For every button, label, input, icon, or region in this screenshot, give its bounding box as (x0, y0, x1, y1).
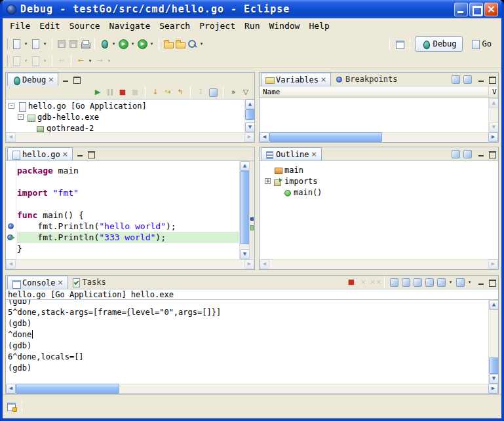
minimize-view-button[interactable] (476, 150, 486, 158)
tab-debug[interactable]: Debug (7, 73, 58, 86)
gutter-line[interactable] (6, 232, 16, 243)
forward-icon[interactable] (94, 56, 105, 66)
debug-vertical-scrollbar[interactable] (244, 100, 254, 132)
terminate-icon[interactable] (346, 277, 357, 287)
column-header-name[interactable]: Name (260, 86, 489, 98)
new-wizard-dropdown[interactable] (23, 39, 29, 49)
previous-annotation-icon[interactable] (30, 56, 41, 66)
editor-horizontal-scrollbar[interactable] (6, 259, 254, 269)
run-launch-icon[interactable] (118, 39, 128, 49)
debug-tree[interactable]: -hello.go [Go Application]-gdb-hello.exe… (6, 100, 254, 132)
scroll-down-button[interactable] (245, 122, 254, 132)
scrollbar-thumb[interactable] (489, 357, 498, 374)
tree-row[interactable]: -gdb-hello.exe (6, 111, 254, 122)
word-wrap-icon[interactable] (412, 277, 423, 287)
new-go-element-icon[interactable] (30, 39, 41, 49)
debug-launch-dropdown[interactable] (111, 39, 117, 49)
toolbar-overflow-chevron[interactable] (228, 87, 239, 98)
open-console-icon[interactable] (455, 277, 465, 287)
overview-ruler[interactable] (249, 161, 254, 259)
tab-console[interactable]: Console (7, 276, 68, 289)
save-icon[interactable] (56, 39, 67, 49)
code-area[interactable]: package main import "fmt" func main() { … (17, 161, 239, 259)
display-selected-console-icon[interactable] (436, 277, 446, 287)
menu-item-window[interactable]: Window (264, 19, 304, 33)
collapse-all-icon[interactable] (462, 74, 473, 84)
tab-hello-go[interactable]: hello.go (7, 147, 73, 160)
open-console-dropdown[interactable] (467, 277, 473, 287)
search-dropdown[interactable] (199, 39, 204, 49)
gutter-line[interactable] (6, 198, 16, 210)
tree-row[interactable]: main (260, 164, 498, 175)
console-vertical-scrollbar[interactable] (488, 300, 498, 384)
outline-horizontal-scrollbar[interactable] (260, 259, 498, 269)
disconnect-icon[interactable] (130, 87, 140, 98)
gutter-line[interactable] (6, 210, 16, 221)
editor-vertical-scrollbar[interactable] (239, 161, 249, 259)
variables-vertical-scrollbar[interactable] (488, 98, 498, 132)
gutter-line[interactable] (6, 176, 16, 187)
scrollbar-thumb[interactable] (245, 109, 254, 120)
previous-annotation-dropdown[interactable] (42, 56, 48, 66)
tree-expander[interactable]: - (18, 114, 24, 120)
minimize-view-button[interactable] (476, 75, 486, 84)
forward-dropdown[interactable] (106, 56, 112, 66)
variables-view-content[interactable] (260, 98, 498, 132)
maximize-view-button[interactable] (71, 75, 81, 84)
resume-icon[interactable] (92, 87, 103, 98)
scroll-right-button[interactable] (488, 384, 498, 394)
tree-expander[interactable]: - (9, 103, 14, 109)
menu-item-source[interactable]: Source (65, 19, 105, 33)
back-icon[interactable] (75, 56, 86, 66)
show-type-names-icon[interactable] (450, 74, 461, 84)
menu-item-search[interactable]: Search (155, 19, 195, 33)
use-step-filters-icon[interactable] (208, 87, 218, 98)
title-bar[interactable]: Debug - testGo/src/cmd/hello.go - Eclips… (3, 0, 501, 18)
breakpoint-mark[interactable] (250, 217, 254, 221)
perspective-go-button[interactable]: Go (465, 36, 497, 52)
tree-expander[interactable]: + (265, 178, 271, 184)
tab-variables[interactable]: Variables (261, 73, 331, 86)
maximize-view-button[interactable] (487, 278, 497, 287)
close-tab-icon[interactable] (48, 76, 54, 84)
scrollbar-thumb[interactable] (240, 171, 250, 244)
scroll-right-button[interactable] (488, 132, 498, 142)
close-tab-icon[interactable] (62, 151, 69, 158)
view-menu-icon[interactable] (241, 87, 251, 98)
maximize-view-button[interactable] (86, 150, 96, 158)
scroll-right-button[interactable] (244, 259, 254, 269)
outline-tree[interactable]: main+importsmain() (260, 161, 498, 198)
tab-breakpoints[interactable]: Breakpoints (331, 73, 400, 86)
new-go-element-dropdown[interactable] (42, 39, 48, 49)
console-horizontal-scrollbar[interactable] (6, 384, 498, 394)
minimize-view-button[interactable] (476, 278, 486, 287)
clear-console-icon[interactable] (389, 277, 399, 287)
current-line-mark[interactable] (250, 225, 254, 230)
save-all-icon[interactable] (68, 39, 79, 49)
scroll-down-button[interactable] (489, 374, 498, 384)
scroll-right-button[interactable] (488, 259, 498, 269)
remove-all-launches-icon[interactable] (370, 277, 380, 287)
print-icon[interactable] (80, 39, 90, 49)
debug-launch-icon[interactable] (99, 39, 109, 49)
scroll-down-button[interactable] (489, 122, 498, 132)
close-tab-icon[interactable] (320, 76, 327, 84)
scroll-left-button[interactable] (260, 259, 269, 269)
gutter-line[interactable] (6, 165, 16, 176)
scroll-left-button[interactable] (6, 259, 16, 269)
scroll-up-button[interactable] (489, 98, 498, 108)
minimize-window-button[interactable] (454, 3, 468, 16)
console-output[interactable]: (gdb)5^done,stack-args=[frame={level="0"… (6, 299, 488, 384)
toolbar-grip[interactable] (6, 38, 8, 50)
menu-item-file[interactable]: File (5, 19, 35, 33)
drop-to-frame-icon[interactable] (195, 87, 206, 98)
external-tools-icon[interactable] (137, 39, 147, 49)
gutter-line[interactable] (6, 187, 16, 198)
column-header-v[interactable]: V (489, 86, 498, 98)
gutter-line[interactable] (6, 243, 16, 254)
open-perspective-icon[interactable] (395, 39, 405, 49)
last-edit-location-icon[interactable] (56, 56, 67, 66)
scroll-lock-icon[interactable] (400, 277, 411, 287)
pin-console-icon[interactable] (424, 277, 435, 287)
tree-row[interactable]: main() (260, 187, 498, 198)
